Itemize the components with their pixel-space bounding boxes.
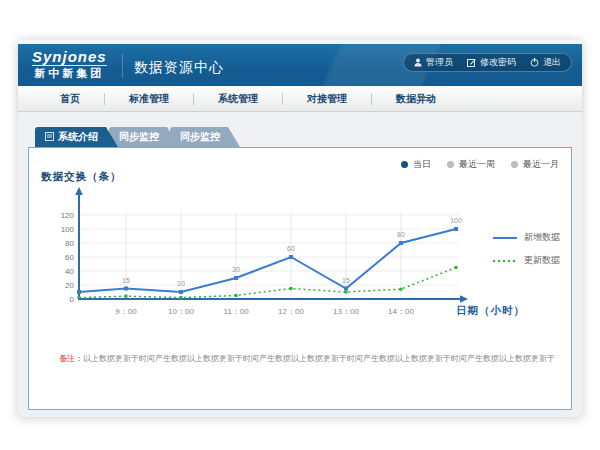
tab-bar: 系统介绍同步监控同步监控 [35, 127, 231, 147]
series-legend: 新增数据更新数据 [493, 231, 560, 267]
data-point [454, 227, 458, 231]
app-title: 数据资源中心 [134, 59, 224, 77]
data-point [290, 287, 293, 290]
app-header: Synjones 新中新集团 数据资源中心 管理员修改密码退出 [18, 44, 582, 86]
footnote-text: 以上数据更新于时间产生数据以上数据更新于时间产生数据以上数据更新于时间产生数据以… [83, 354, 555, 363]
tab-label: 同步监控 [180, 130, 220, 144]
legend-line-sample [493, 236, 517, 240]
user-toolbar-item-退出[interactable]: 退出 [530, 56, 561, 69]
legend-label: 新增数据 [524, 231, 560, 244]
tab-同步监控-1[interactable]: 同步监控 [109, 127, 179, 147]
x-tick-label: 12：00 [278, 307, 304, 316]
user-toolbar-label: 退出 [543, 56, 561, 69]
logout-icon [530, 58, 539, 67]
main-nav: 首页标准管理系统管理对接管理数据异动 [18, 86, 582, 112]
radio-label: 当日 [413, 158, 431, 171]
user-toolbar-item-修改密码[interactable]: 修改密码 [467, 56, 516, 69]
series-line-更新数据 [79, 268, 456, 298]
chart-panel: 当日最近一周最近一月 数据交换（条） 0204060801001209：0010… [28, 147, 572, 410]
user-toolbar-label: 修改密码 [480, 56, 516, 69]
brand-company-name: 新中新集团 [32, 65, 107, 80]
content-area: 系统介绍同步监控同步监控 当日最近一周最近一月 数据交换（条） 02040608… [18, 112, 582, 417]
data-point [125, 295, 128, 298]
footnote: 备注：以上数据更新于时间产生数据以上数据更新于时间产生数据以上数据更新于时间产生… [59, 353, 559, 364]
nav-item-标准管理[interactable]: 标准管理 [105, 92, 193, 106]
nav-item-对接管理[interactable]: 对接管理 [283, 92, 371, 106]
edit-password-icon [467, 58, 476, 67]
y-tick-label: 80 [65, 239, 74, 248]
user-toolbar-label: 管理员 [426, 56, 453, 69]
data-point [180, 296, 183, 299]
document-icon [45, 132, 54, 143]
user-toolbar-item-管理员[interactable]: 管理员 [414, 56, 453, 69]
x-tick-label: 11：00 [223, 307, 249, 316]
radio-dot [401, 161, 408, 168]
tab-label: 同步监控 [119, 130, 159, 144]
series-line-新增数据 [79, 229, 456, 292]
data-point [400, 288, 403, 291]
data-point [234, 276, 238, 280]
y-axis-title: 数据交换（条） [41, 170, 122, 184]
data-point-label: 80 [397, 231, 405, 238]
radio-dot [511, 161, 518, 168]
radio-最近一月[interactable]: 最近一月 [511, 158, 559, 171]
legend-item-更新数据[interactable]: 更新数据 [493, 254, 560, 267]
user-toolbar: 管理员修改密码退出 [403, 53, 572, 72]
user-icon [414, 58, 422, 67]
y-tick-label: 40 [65, 267, 74, 276]
data-point [399, 241, 403, 245]
nav-item-系统管理[interactable]: 系统管理 [194, 92, 282, 106]
y-tick-label: 0 [70, 295, 75, 304]
data-point [78, 296, 81, 299]
data-point [179, 290, 183, 294]
data-point [289, 255, 293, 259]
time-range-radio-group: 当日最近一周最近一月 [401, 158, 559, 171]
y-tick-label: 60 [65, 253, 74, 262]
tab-系统介绍-0[interactable]: 系统介绍 [35, 127, 118, 147]
footnote-prefix: 备注： [59, 354, 83, 363]
radio-label: 最近一周 [459, 158, 495, 171]
x-tick-label: 14：00 [388, 307, 414, 316]
tab-同步监控-2[interactable]: 同步监控 [170, 127, 240, 147]
y-tick-label: 20 [65, 281, 74, 290]
brand-logo: Synjones 新中新集团 [32, 49, 107, 80]
data-point-label: 30 [232, 266, 240, 273]
data-point-label: 100 [450, 217, 462, 224]
data-point-label: 15 [122, 277, 130, 284]
data-point [345, 291, 348, 294]
radio-当日[interactable]: 当日 [401, 158, 431, 171]
data-point [344, 287, 348, 291]
data-point-label: 60 [287, 245, 295, 252]
app-window: Synjones 新中新集团 数据资源中心 管理员修改密码退出 首页标准管理系统… [18, 40, 582, 417]
radio-最近一周[interactable]: 最近一周 [447, 158, 495, 171]
data-point-label: 15 [342, 277, 350, 284]
x-axis-arrow [460, 295, 468, 302]
data-point [235, 294, 238, 297]
header-divider [122, 54, 123, 78]
legend-label: 更新数据 [524, 254, 560, 267]
data-point [77, 290, 81, 294]
x-tick-label: 9：00 [115, 307, 137, 316]
x-tick-label: 10：00 [168, 307, 194, 316]
brand-logo-text: Synjones [32, 49, 107, 65]
legend-item-新增数据[interactable]: 新增数据 [493, 231, 560, 244]
data-point [124, 287, 128, 291]
nav-item-首页[interactable]: 首页 [36, 92, 104, 106]
y-tick-label: 120 [61, 211, 75, 220]
tab-label: 系统介绍 [58, 130, 98, 144]
radio-dot [447, 161, 454, 168]
data-point [455, 266, 458, 269]
legend-line-sample [493, 259, 517, 263]
x-axis-title: 日期（小时） [456, 304, 525, 318]
nav-item-数据异动[interactable]: 数据异动 [372, 92, 460, 106]
x-tick-label: 13：00 [333, 307, 359, 316]
y-axis-arrow [75, 187, 83, 195]
radio-label: 最近一月 [523, 158, 559, 171]
data-point-label: 10 [177, 280, 185, 287]
y-tick-label: 100 [61, 225, 75, 234]
